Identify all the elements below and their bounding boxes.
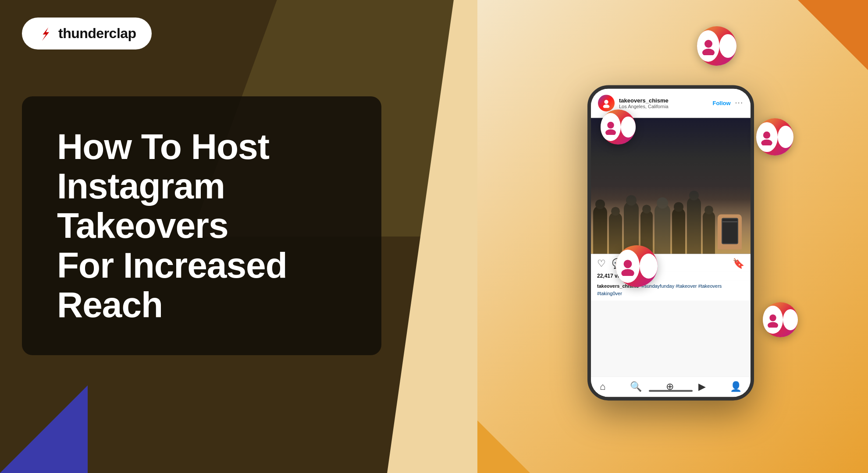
svg-point-11 [604,100,608,104]
follow-button[interactable]: Follow [712,100,730,106]
profile-bubble-5 [763,302,798,337]
post-avatar [598,95,615,111]
page-container: thunderclap How To Host Instagram Takeov… [0,0,868,473]
phone-home-bar [649,390,693,392]
hand-phone [718,214,742,249]
title-line-1: How To Host [57,127,269,166]
svg-point-10 [768,322,778,328]
main-heading: How To Host Instagram Takeovers For Incr… [57,127,346,325]
post-actions: ♡ 💬 ▷ 🔖 [591,254,751,271]
svg-point-5 [763,131,770,138]
logo-text: thunderclap [58,25,136,42]
user-icon-5 [765,312,781,328]
profile-bubble-4 [616,245,658,287]
user-info: takeovers_chisme Los Angeles, California [619,97,708,109]
like-icon[interactable]: ♡ [597,258,606,269]
svg-point-6 [761,139,772,145]
svg-point-2 [702,49,715,55]
instagram-bottom-nav: ⌂ 🔍 ⊕ ▶ 👤 [591,376,751,397]
reels-nav-icon[interactable]: ▶ [698,381,706,392]
svg-point-12 [603,105,610,108]
more-options-icon[interactable]: ··· [735,99,743,107]
left-section: thunderclap How To Host Instagram Takeov… [0,0,477,473]
logo-text-bold: clap [109,25,136,41]
user-icon-4 [618,257,637,276]
profile-bubble-2 [601,109,636,145]
instagram-username: takeovers_chisme [619,97,708,104]
svg-point-8 [621,269,634,276]
user-icon-1 [699,37,718,55]
thunderclap-icon [37,26,53,42]
title-card: How To Host Instagram Takeovers For Incr… [22,96,381,355]
user-icon-2 [603,119,619,135]
profile-bubble-1 [697,26,736,66]
home-nav-icon[interactable]: ⌂ [600,381,605,392]
views-count: 22,417 views [591,271,751,281]
title-line-3: For Increased Reach [57,245,287,325]
user-icon-3 [758,129,775,145]
svg-point-4 [605,129,616,135]
save-icon[interactable]: 🔖 [733,258,744,269]
blue-corner-decoration [0,385,88,473]
svg-point-7 [624,260,632,268]
svg-point-3 [607,122,614,128]
instagram-location: Los Angeles, California [619,104,708,109]
avatar-icon [601,98,611,108]
profile-nav-icon[interactable]: 👤 [730,381,742,392]
svg-point-9 [769,314,776,321]
right-section: takeovers_chisme Los Angeles, California… [477,0,868,473]
profile-bubble-3 [756,118,793,155]
post-caption: takeovers_chisme #sundayfunday #takeover… [591,281,751,300]
search-nav-icon[interactable]: 🔍 [630,381,642,392]
svg-marker-0 [42,27,49,41]
svg-point-1 [704,40,712,48]
logo-text-light: thunder [58,25,109,41]
logo-container: thunderclap [22,18,152,49]
title-line-2: Instagram Takeovers [57,166,228,245]
